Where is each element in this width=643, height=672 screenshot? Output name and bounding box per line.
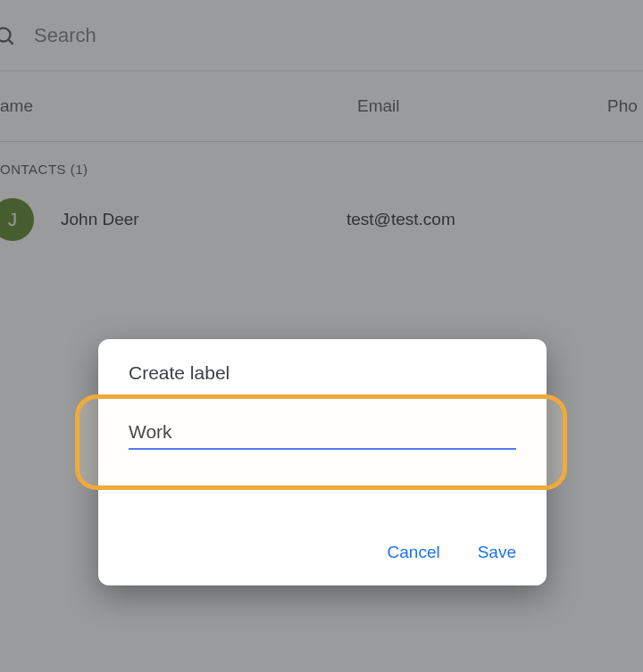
save-button[interactable]: Save (478, 543, 516, 562)
label-name-input[interactable] (129, 418, 516, 450)
cancel-button[interactable]: Cancel (388, 543, 440, 562)
dialog-actions: Cancel Save (388, 543, 516, 562)
dialog-title: Create label (129, 362, 516, 384)
create-label-dialog: Create label Cancel Save (98, 339, 547, 585)
